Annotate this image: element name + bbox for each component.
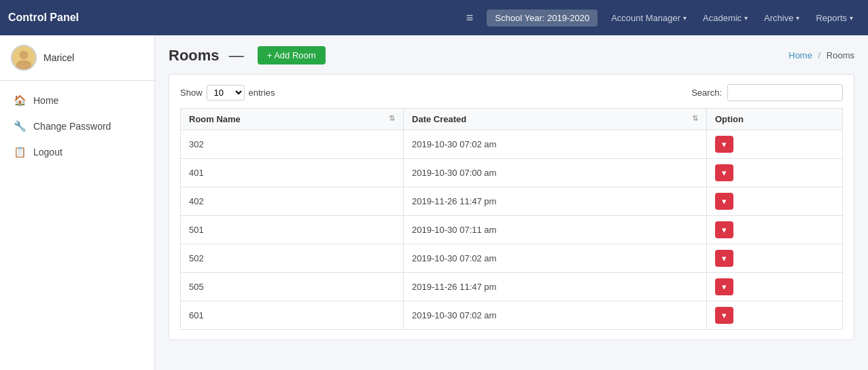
search-input[interactable] — [727, 84, 843, 101]
sidebar-item-label: Home — [33, 95, 58, 106]
layout: Maricel 🏠Home🔧Change Password📋Logout Roo… — [0, 35, 868, 370]
cell-room-name: 401 — [181, 159, 404, 187]
page-title-row: Rooms — + Add Room — [169, 46, 326, 64]
cell-option: ▾ — [707, 159, 843, 187]
cell-option: ▾ — [707, 130, 843, 159]
navbar-menu: Account Manager▾Academic▾Archive▾Reports… — [604, 9, 860, 27]
school-year-badge: School Year: 2019-2020 — [487, 10, 597, 26]
navbar-menu-item-reports[interactable]: Reports▾ — [809, 9, 860, 27]
table-row: 5022019-10-30 07:02 am▾ — [181, 244, 843, 273]
cell-room-name: 302 — [181, 130, 404, 159]
option-dropdown-button[interactable]: ▾ — [715, 136, 733, 153]
cell-option: ▾ — [707, 216, 843, 244]
col-header-option: Option — [707, 109, 843, 130]
option-dropdown-button[interactable]: ▾ — [715, 307, 733, 324]
table-row: 6012019-10-30 07:02 am▾ — [181, 301, 843, 330]
table-row: 3022019-10-30 07:02 am▾ — [181, 130, 843, 159]
sidebar-item-change-password[interactable]: 🔧Change Password — [0, 113, 154, 139]
entries-label: entries — [249, 88, 275, 98]
search-label: Search: — [691, 88, 722, 98]
table-row: 5012019-10-30 07:11 am▾ — [181, 216, 843, 244]
cell-date-created: 2019-10-30 07:02 am — [404, 244, 707, 273]
navbar: Control Panel ≡ School Year: 2019-2020 A… — [0, 0, 868, 35]
sidebar-username: Maricel — [44, 52, 74, 63]
table-head: Room Name⇅Date Created⇅Option — [181, 109, 843, 130]
add-room-button[interactable]: + Add Room — [258, 46, 326, 64]
show-label: Show — [180, 88, 203, 98]
option-dropdown-button[interactable]: ▾ — [715, 164, 733, 181]
hamburger-icon[interactable]: ≡ — [459, 7, 481, 29]
sidebar-item-label: Change Password — [33, 121, 111, 132]
cell-room-name: 601 — [181, 301, 404, 330]
cell-date-created: 2019-11-26 11:47 pm — [404, 273, 707, 301]
sidebar-icon-home: 🏠 — [14, 94, 27, 107]
cell-room-name: 505 — [181, 273, 404, 301]
page-header: Rooms — + Add Room Home / Rooms — [169, 46, 854, 64]
sidebar-nav: 🏠Home🔧Change Password📋Logout — [0, 81, 154, 172]
cell-date-created: 2019-11-26 11:47 pm — [404, 187, 707, 216]
option-dropdown-button[interactable]: ▾ — [715, 278, 733, 295]
sidebar-item-label: Logout — [33, 147, 63, 158]
option-dropdown-button[interactable]: ▾ — [715, 193, 733, 210]
sidebar-icon-logout: 📋 — [14, 146, 27, 158]
svg-point-4 — [17, 61, 31, 69]
cell-date-created: 2019-10-30 07:00 am — [404, 159, 707, 187]
breadcrumb-home-link[interactable]: Home — [788, 50, 812, 60]
cell-room-name: 402 — [181, 187, 404, 216]
sidebar: Maricel 🏠Home🔧Change Password📋Logout — [0, 35, 155, 370]
breadcrumb: Home / Rooms — [788, 50, 854, 60]
cell-option: ▾ — [707, 187, 843, 216]
sidebar-item-logout[interactable]: 📋Logout — [0, 139, 154, 165]
sidebar-icon-change-password: 🔧 — [14, 120, 27, 132]
table-controls: Show 102550100 entries Search: — [180, 84, 843, 101]
table-row: 4022019-11-26 11:47 pm▾ — [181, 187, 843, 216]
cell-date-created: 2019-10-30 07:02 am — [404, 130, 707, 159]
col-header-room_name[interactable]: Room Name⇅ — [181, 109, 404, 130]
navbar-menu-item-account-manager[interactable]: Account Manager▾ — [604, 9, 693, 27]
option-dropdown-button[interactable]: ▾ — [715, 250, 733, 267]
table-body: 3022019-10-30 07:02 am▾4012019-10-30 07:… — [181, 130, 843, 330]
svg-point-3 — [20, 52, 27, 58]
avatar — [11, 45, 37, 71]
entries-select[interactable]: 102550100 — [207, 85, 245, 100]
col-header-date_created[interactable]: Date Created⇅ — [404, 109, 707, 130]
table-row: 5052019-11-26 11:47 pm▾ — [181, 273, 843, 301]
table-row: 4012019-10-30 07:00 am▾ — [181, 159, 843, 187]
navbar-menu-item-archive[interactable]: Archive▾ — [757, 9, 806, 27]
cell-option: ▾ — [707, 301, 843, 330]
option-dropdown-button[interactable]: ▾ — [715, 221, 733, 238]
cell-room-name: 501 — [181, 216, 404, 244]
search-box: Search: — [691, 84, 843, 101]
table-card: Show 102550100 entries Search: Room Name… — [169, 74, 854, 340]
page-title: Rooms — — [169, 47, 249, 64]
sort-icon-date_created: ⇅ — [692, 114, 698, 123]
cell-option: ▾ — [707, 273, 843, 301]
sidebar-item-home[interactable]: 🏠Home — [0, 88, 154, 113]
cell-option: ▾ — [707, 244, 843, 273]
cell-date-created: 2019-10-30 07:11 am — [404, 216, 707, 244]
data-table: Room Name⇅Date Created⇅Option 3022019-10… — [180, 108, 843, 330]
show-entries: Show 102550100 entries — [180, 85, 275, 100]
main-content: Rooms — + Add Room Home / Rooms Show — [155, 35, 868, 370]
sidebar-user: Maricel — [0, 35, 154, 81]
cell-date-created: 2019-10-30 07:02 am — [404, 301, 707, 330]
navbar-menu-item-academic[interactable]: Academic▾ — [696, 9, 754, 27]
sort-icon-room_name: ⇅ — [389, 114, 395, 123]
app-title: Control Panel — [8, 12, 79, 24]
cell-room-name: 502 — [181, 244, 404, 273]
table-header-row: Room Name⇅Date Created⇅Option — [181, 109, 843, 130]
